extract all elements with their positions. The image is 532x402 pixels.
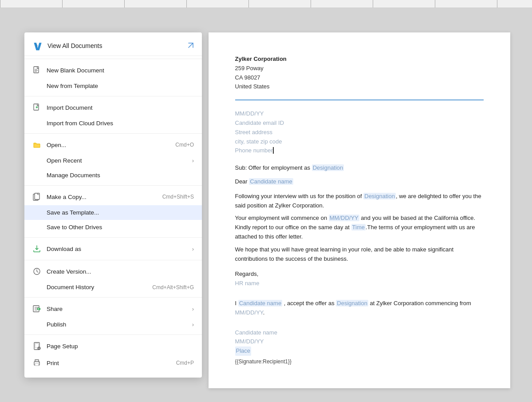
workspace: View All Documents New Blank Document	[0, 8, 532, 402]
phone-placeholder: Phone number	[235, 147, 274, 154]
subject-section: Sub: Offer for employment as Designation	[235, 163, 484, 173]
make-copy-label: Make a Copy...	[47, 194, 157, 200]
candidate-info: MM/DD/YY Candidate email ID Street addre…	[235, 109, 484, 155]
menu-item-new-blank[interactable]: New Blank Document	[24, 62, 202, 79]
menu-item-save-drives[interactable]: Save to Other Drives	[24, 220, 202, 235]
menu-header: View All Documents	[24, 37, 202, 56]
doc-divider	[235, 100, 484, 100]
street-placeholder: Street address	[235, 128, 484, 137]
candidate-name-field: Candidate name	[249, 178, 293, 185]
company-section: Zylker Corporation 259 Poway CA 98027 Un…	[235, 55, 484, 92]
divider-5	[24, 237, 202, 238]
print-icon	[32, 358, 41, 367]
share-label: Share	[47, 306, 187, 312]
acceptance-d: .	[263, 309, 265, 316]
open-recent-arrow: ›	[192, 157, 194, 164]
menu-item-make-copy[interactable]: Make a Copy... Cmd+Shift+S	[24, 188, 202, 205]
make-copy-shortcut: Cmd+Shift+S	[162, 194, 194, 200]
menu-item-share[interactable]: Share ›	[24, 300, 202, 317]
menu-item-print[interactable]: Print Cmd+P	[24, 354, 202, 371]
menu-item-download[interactable]: Download as ›	[24, 240, 202, 257]
menu-item-open[interactable]: Open... Cmd+O	[24, 136, 202, 153]
acceptance-a: I	[235, 300, 238, 306]
salutation-section: Dear Candidate name	[235, 177, 484, 187]
menu-item-import[interactable]: Import Document	[24, 99, 202, 116]
city-placeholder: city, state zip code	[235, 137, 484, 147]
date2-field: MM/DD/YY	[329, 215, 359, 221]
svg-rect-2	[34, 67, 39, 73]
svg-rect-8	[35, 193, 39, 199]
open-recent-label: Open Recent	[47, 157, 192, 164]
menu-item-new-template[interactable]: New from Template	[24, 79, 202, 93]
ruler	[0, 0, 532, 8]
body2a-text: Your employment will commence on	[235, 215, 329, 221]
doc-history-shortcut: Cmd+Alt+Shift+G	[152, 284, 194, 291]
subject-text: Sub: Offer for employment as	[235, 164, 312, 171]
designation-field-2: Designation	[363, 193, 396, 199]
new-template-label: New from Template	[47, 83, 194, 89]
menu-item-publish[interactable]: Publish ›	[24, 317, 202, 332]
date-placeholder: MM/DD/YY	[235, 109, 484, 119]
publish-label: Publish	[47, 321, 192, 328]
email-placeholder: Candidate email ID	[235, 119, 484, 128]
divider-2	[24, 96, 202, 96]
zoho-writer-logo	[32, 40, 43, 51]
external-link-icon[interactable]	[188, 42, 194, 50]
download-label: Download as	[47, 246, 187, 252]
divider-1	[24, 59, 202, 59]
view-all-docs-label: View All Documents	[47, 42, 183, 49]
open-shortcut: Cmd+O	[175, 142, 194, 148]
menu-item-open-recent[interactable]: Open Recent ›	[24, 153, 202, 168]
import-doc-label: Import Document	[47, 104, 194, 111]
time-field: Time	[351, 224, 366, 231]
body-para-2: Your employment will commence on MM/DD/Y…	[235, 214, 484, 241]
body-para-1: Following your interview with us for the…	[235, 192, 484, 211]
save-template-label: Save as Template...	[47, 209, 194, 216]
version-icon	[32, 267, 41, 276]
page-setup-icon	[32, 342, 41, 350]
candidate2-field: Candidate name	[238, 300, 282, 306]
body1a-text: Following your interview with us for the…	[235, 193, 364, 199]
hr-name-field: HR name	[235, 279, 484, 288]
create-version-label: Create Version...	[47, 268, 194, 275]
regards-section: Regards, HR name	[235, 270, 484, 288]
print-shortcut: Cmd+P	[176, 360, 194, 366]
date3-field: MM/DD/YY	[235, 309, 263, 316]
svg-point-17	[39, 362, 39, 363]
doc-history-label: Document History	[47, 284, 152, 291]
regards-text: Regards,	[235, 270, 484, 279]
new-doc-icon	[32, 66, 41, 75]
print-label: Print	[47, 360, 171, 366]
svg-rect-16	[35, 363, 39, 366]
divider-6	[24, 260, 202, 260]
body-para-3: We hope that you will have great learnin…	[235, 245, 484, 264]
save-drives-label: Save to Other Drives	[47, 224, 194, 231]
menu-item-page-setup[interactable]: Page Setup	[24, 338, 202, 354]
divider-3	[24, 133, 202, 134]
import-cloud-label: Import from Cloud Drives	[47, 120, 194, 127]
company-addr2: CA 98027	[235, 73, 484, 83]
file-menu-panel: View All Documents New Blank Document	[24, 32, 202, 378]
sig-date: MM/DD/YY	[235, 337, 484, 346]
designation-field-1: Designation	[312, 164, 344, 171]
download-arrow: ›	[192, 246, 194, 252]
designation3-field: Designation	[336, 300, 368, 306]
new-blank-label: New Blank Document	[47, 67, 194, 74]
menu-item-save-template[interactable]: Save as Template...	[24, 205, 202, 220]
salutation-text: Dear	[235, 178, 249, 185]
copy-icon	[32, 192, 41, 201]
menu-item-manage-docs[interactable]: Manage Documents	[24, 168, 202, 183]
publish-arrow: ›	[192, 321, 194, 328]
share-icon	[32, 304, 41, 313]
open-label: Open...	[47, 142, 170, 148]
company-addr1: 259 Poway	[235, 64, 484, 73]
sig-candidate: Candidate name	[235, 328, 484, 338]
document-page: Zylker Corporation 259 Poway CA 98027 Un…	[209, 32, 510, 388]
menu-item-create-version[interactable]: Create Version...	[24, 263, 202, 280]
download-icon	[32, 244, 41, 253]
svg-marker-0	[34, 43, 41, 50]
company-name: Zylker Corporation	[235, 55, 484, 64]
menu-item-doc-history[interactable]: Document History Cmd+Alt+Shift+G	[24, 280, 202, 295]
menu-item-import-cloud[interactable]: Import from Cloud Drives	[24, 116, 202, 131]
divider-4	[24, 185, 202, 186]
